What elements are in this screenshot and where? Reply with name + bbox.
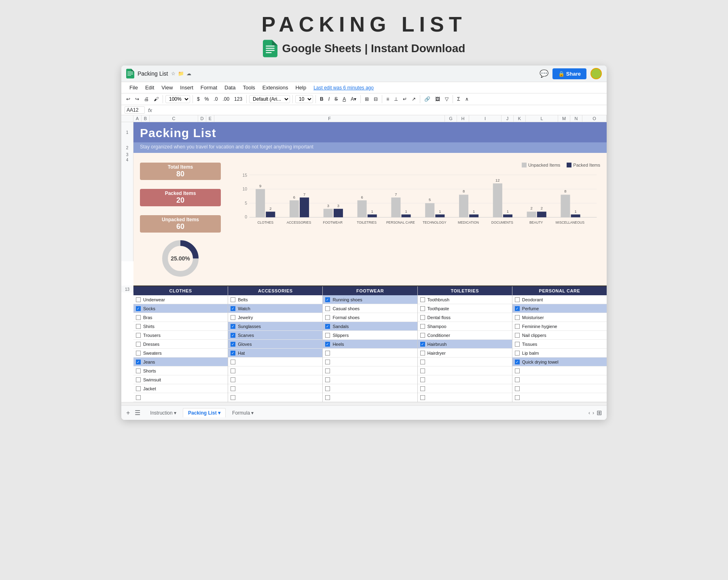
toolbar-print[interactable]: 🖨 — [142, 95, 150, 103]
toolbar-increase-decimal[interactable]: .00 — [221, 95, 231, 103]
item-checkbox[interactable] — [325, 297, 330, 302]
toolbar-link[interactable]: 🔗 — [423, 95, 432, 103]
add-sheet-button[interactable]: + — [126, 409, 130, 417]
menu-file[interactable]: File — [126, 83, 141, 92]
tab-packing-list[interactable]: Packing List ▾ — [183, 408, 226, 417]
item-checkbox[interactable] — [515, 351, 520, 356]
item-checkbox[interactable] — [515, 360, 520, 364]
tab-instruction[interactable]: Instruction ▾ — [145, 409, 181, 417]
item-checkbox[interactable] — [420, 351, 425, 356]
item-checkbox[interactable] — [136, 324, 141, 329]
item-checkbox[interactable] — [136, 315, 141, 320]
item-checkbox[interactable] — [515, 368, 520, 373]
toolbar-valign[interactable]: ⊥ — [392, 95, 400, 103]
menu-help[interactable]: Help — [292, 83, 309, 92]
item-checkbox[interactable] — [515, 377, 520, 382]
item-checkbox[interactable] — [420, 324, 425, 329]
item-checkbox[interactable] — [325, 342, 330, 347]
item-checkbox[interactable] — [231, 360, 235, 364]
item-checkbox[interactable] — [515, 315, 520, 320]
sheet-menu-button[interactable]: ☰ — [135, 409, 140, 417]
item-checkbox[interactable] — [325, 386, 330, 391]
item-checkbox[interactable] — [136, 342, 141, 347]
scroll-sheets-left[interactable]: ‹ — [588, 410, 590, 416]
item-checkbox[interactable] — [515, 342, 520, 347]
toolbar-rotate[interactable]: ↗ — [410, 95, 417, 103]
item-checkbox[interactable] — [420, 377, 425, 382]
user-avatar[interactable] — [590, 68, 602, 79]
toolbar-zoom[interactable]: 100% — [165, 95, 190, 103]
toolbar-merge[interactable]: ⊟ — [372, 95, 379, 103]
toolbar-bold[interactable]: B — [318, 95, 325, 103]
toolbar-halign[interactable]: ≡ — [385, 95, 391, 103]
toolbar-redo[interactable]: ↪ — [133, 95, 141, 103]
item-checkbox[interactable] — [420, 333, 425, 338]
item-checkbox[interactable] — [325, 315, 330, 320]
toolbar-paintformat[interactable]: 🖌 — [152, 95, 160, 103]
item-checkbox[interactable] — [420, 395, 425, 400]
item-checkbox[interactable] — [420, 342, 425, 347]
item-checkbox[interactable] — [136, 351, 141, 356]
item-checkbox[interactable] — [231, 351, 235, 356]
toolbar-filter[interactable]: ▽ — [443, 95, 450, 103]
item-checkbox[interactable] — [136, 386, 141, 391]
menu-data[interactable]: Data — [221, 83, 239, 92]
toolbar-123[interactable]: 123 — [233, 95, 244, 103]
item-checkbox[interactable] — [231, 324, 235, 329]
item-checkbox[interactable] — [231, 368, 235, 373]
comment-icon[interactable]: 💬 — [540, 69, 548, 78]
item-checkbox[interactable] — [136, 368, 141, 373]
item-checkbox[interactable] — [231, 342, 235, 347]
item-checkbox[interactable] — [420, 386, 425, 391]
item-checkbox[interactable] — [325, 306, 330, 311]
toolbar-strikethrough[interactable]: S — [333, 95, 339, 103]
menu-insert[interactable]: Insert — [177, 83, 197, 92]
item-checkbox[interactable] — [231, 377, 235, 382]
toolbar-decrease-decimal[interactable]: .0 — [212, 95, 219, 103]
item-checkbox[interactable] — [136, 297, 141, 302]
item-checkbox[interactable] — [325, 368, 330, 373]
item-checkbox[interactable] — [325, 360, 330, 364]
cell-reference-input[interactable] — [125, 106, 145, 114]
item-checkbox[interactable] — [515, 395, 520, 400]
item-checkbox[interactable] — [231, 395, 235, 400]
share-button[interactable]: 🔒 Share — [552, 68, 586, 79]
item-checkbox[interactable] — [231, 297, 235, 302]
item-checkbox[interactable] — [420, 306, 425, 311]
item-checkbox[interactable] — [136, 333, 141, 338]
toolbar-font[interactable]: Default (Ari... — [249, 95, 290, 103]
add-sheet-icon[interactable]: ⊞ — [597, 409, 602, 417]
item-checkbox[interactable] — [515, 386, 520, 391]
item-checkbox[interactable] — [231, 333, 235, 338]
item-checkbox[interactable] — [231, 315, 235, 320]
item-checkbox[interactable] — [136, 377, 141, 382]
item-checkbox[interactable] — [325, 395, 330, 400]
item-checkbox[interactable] — [420, 315, 425, 320]
toolbar-textwrap[interactable]: ↵ — [401, 95, 408, 103]
toolbar-collapse[interactable]: ∧ — [463, 95, 470, 103]
item-checkbox[interactable] — [515, 306, 520, 311]
tab-formula[interactable]: Formula ▾ — [227, 409, 258, 417]
toolbar-fontsize[interactable]: 10 — [295, 95, 313, 103]
scroll-sheets-right[interactable]: › — [593, 410, 594, 416]
item-checkbox[interactable] — [325, 324, 330, 329]
menu-tools[interactable]: Tools — [239, 83, 258, 92]
item-checkbox[interactable] — [231, 386, 235, 391]
item-checkbox[interactable] — [325, 351, 330, 356]
item-checkbox[interactable] — [136, 360, 141, 364]
toolbar-undo[interactable]: ↩ — [125, 95, 132, 103]
item-checkbox[interactable] — [136, 306, 141, 311]
folder-icon[interactable]: 📁 — [178, 71, 184, 76]
item-checkbox[interactable] — [325, 333, 330, 338]
toolbar-borders[interactable]: ⊞ — [363, 95, 370, 103]
toolbar-currency[interactable]: $ — [195, 95, 201, 103]
menu-extensions[interactable]: Extensions — [259, 83, 292, 92]
item-checkbox[interactable] — [515, 333, 520, 338]
toolbar-italic[interactable]: I — [327, 95, 331, 103]
item-checkbox[interactable] — [231, 306, 235, 311]
toolbar-fillcolor[interactable]: A▾ — [349, 95, 358, 103]
menu-view[interactable]: View — [158, 83, 176, 92]
toolbar-percent[interactable]: % — [203, 95, 211, 103]
menu-format[interactable]: Format — [197, 83, 220, 92]
item-checkbox[interactable] — [515, 297, 520, 302]
